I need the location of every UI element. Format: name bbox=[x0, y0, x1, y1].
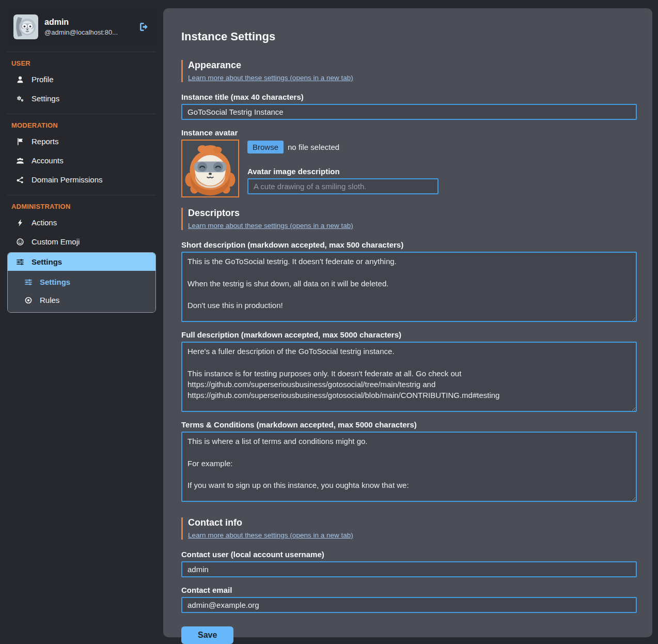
page-title: Instance Settings bbox=[181, 30, 637, 43]
appearance-section-header: Appearance Learn more about these settin… bbox=[181, 60, 637, 82]
short-description-label: Short description (markdown accepted, ma… bbox=[181, 240, 637, 249]
browse-button[interactable]: Browse bbox=[247, 141, 284, 154]
user-avatar bbox=[13, 14, 38, 39]
submenu-item-rules[interactable]: Rules bbox=[8, 292, 155, 309]
users-icon bbox=[15, 156, 24, 165]
avatar-description-label: Avatar image description bbox=[247, 167, 438, 176]
nav-section-administration: ADMINISTRATION Actions Custom Emoji bbox=[7, 195, 156, 313]
sidebar-item-label: Settings bbox=[32, 94, 59, 103]
sidebar: admin @admin@localhost:80... USER Profil… bbox=[7, 8, 156, 313]
user-handle: @admin@localhost:80... bbox=[44, 28, 131, 36]
full-description-textarea[interactable] bbox=[181, 342, 637, 412]
contact-heading: Contact info bbox=[188, 517, 637, 528]
section-label-administration: ADMINISTRATION bbox=[7, 202, 156, 212]
smile-icon bbox=[15, 237, 24, 246]
share-nodes-icon bbox=[15, 175, 24, 184]
submenu-item-label: Settings bbox=[40, 278, 70, 286]
user-name: admin bbox=[44, 18, 131, 27]
terms-textarea[interactable] bbox=[181, 432, 637, 502]
bolt-icon bbox=[15, 218, 24, 227]
sidebar-item-user-settings[interactable]: Settings bbox=[7, 89, 156, 108]
descriptors-learn-more-link[interactable]: Learn more about these settings (opens i… bbox=[188, 222, 353, 229]
full-description-label: Full description (markdown accepted, max… bbox=[181, 330, 637, 339]
contact-email-label: Contact email bbox=[181, 586, 637, 594]
appearance-learn-more-link[interactable]: Learn more about these settings (opens i… bbox=[188, 74, 353, 82]
sidebar-item-domain-permissions[interactable]: Domain Permissions bbox=[7, 171, 156, 189]
contact-user-label: Contact user (local account username) bbox=[181, 550, 637, 559]
instance-avatar-label: Instance avatar bbox=[181, 128, 637, 137]
contact-learn-more-link[interactable]: Learn more about these settings (opens i… bbox=[188, 531, 353, 539]
sliders-icon bbox=[15, 257, 24, 266]
sidebar-item-reports[interactable]: Reports bbox=[7, 132, 156, 150]
contact-email-input[interactable] bbox=[181, 597, 637, 613]
section-label-user: USER bbox=[7, 58, 156, 69]
sidebar-item-label: Domain Permissions bbox=[32, 175, 103, 184]
terms-label: Terms & Conditions (markdown accepted, m… bbox=[181, 420, 637, 429]
sidebar-item-label: Reports bbox=[32, 137, 59, 146]
submenu-item-label: Rules bbox=[40, 296, 59, 304]
settings-nav-block: Settings bbox=[7, 252, 156, 313]
user-icon bbox=[15, 75, 24, 84]
gears-icon bbox=[15, 94, 24, 103]
sidebar-item-label: Actions bbox=[32, 218, 57, 227]
sidebar-item-label: Accounts bbox=[32, 156, 64, 165]
logout-icon[interactable] bbox=[138, 21, 150, 33]
file-status-text: no file selected bbox=[288, 143, 339, 151]
instance-title-label: Instance title (max 40 characters) bbox=[181, 93, 637, 101]
sidebar-item-accounts[interactable]: Accounts bbox=[7, 151, 156, 170]
sidebar-nav: USER Profile bbox=[7, 52, 156, 313]
sidebar-item-custom-emoji[interactable]: Custom Emoji bbox=[7, 233, 156, 251]
nav-section-moderation: MODERATION Reports Accounts bbox=[7, 114, 156, 189]
sidebar-item-profile[interactable]: Profile bbox=[7, 70, 156, 88]
descriptors-section-header: Descriptors Learn more about these setti… bbox=[181, 208, 637, 230]
nav-section-user: USER Profile bbox=[7, 52, 156, 108]
avatar-description-input[interactable] bbox=[247, 178, 438, 194]
descriptors-heading: Descriptors bbox=[188, 208, 637, 219]
settings-submenu: Settings Rules bbox=[8, 271, 155, 312]
appearance-heading: Appearance bbox=[188, 60, 637, 71]
section-label-moderation: MODERATION bbox=[7, 120, 156, 131]
user-card[interactable]: admin @admin@localhost:80... bbox=[7, 8, 156, 45]
sidebar-item-label: Profile bbox=[32, 75, 54, 84]
instance-avatar-image bbox=[181, 140, 239, 197]
sidebar-item-actions[interactable]: Actions bbox=[7, 213, 156, 232]
circle-dot-icon bbox=[24, 296, 33, 304]
sliders-icon bbox=[24, 278, 33, 286]
submenu-item-settings[interactable]: Settings bbox=[8, 273, 155, 290]
sidebar-item-label: Custom Emoji bbox=[32, 237, 80, 246]
contact-section-header: Contact info Learn more about these sett… bbox=[181, 517, 637, 540]
flag-icon bbox=[15, 137, 24, 146]
sidebar-item-label: Settings bbox=[32, 257, 62, 266]
short-description-textarea[interactable] bbox=[181, 252, 637, 322]
contact-user-input[interactable] bbox=[181, 561, 637, 577]
instance-avatar-row: Browse no file selected Avatar image des… bbox=[181, 140, 637, 197]
instance-title-input[interactable] bbox=[181, 104, 637, 120]
main-panel: Instance Settings Appearance Learn more … bbox=[163, 8, 652, 637]
sidebar-item-admin-settings[interactable]: Settings bbox=[8, 253, 155, 271]
save-button[interactable]: Save bbox=[181, 626, 233, 644]
